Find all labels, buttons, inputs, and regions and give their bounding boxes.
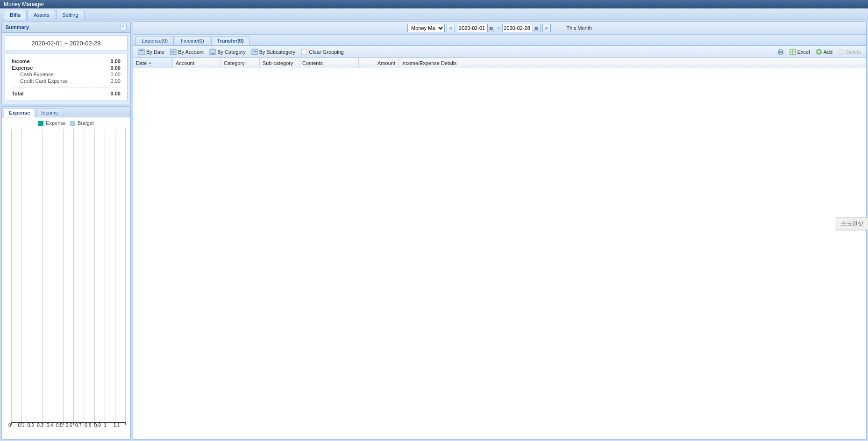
delete-button: Delete <box>836 48 863 56</box>
col-date[interactable]: Date ▲ <box>133 58 173 68</box>
cash-expense-value: 0.00 <box>111 72 121 77</box>
group-icon <box>251 49 258 55</box>
grid-header: Date ▲ Account Category Sub-category Con… <box>133 58 866 68</box>
this-month-label[interactable]: This Month <box>567 25 592 31</box>
summary-panel: Summary ⌃ 2020-02-01 ~ 2020-02-28 Income… <box>1 22 131 104</box>
svg-rect-5 <box>211 53 214 54</box>
group-icon <box>138 49 145 55</box>
summary-values: Income 0.00 Expense 0.00 Cash Expense 0.… <box>5 54 128 101</box>
expense-label: Expense <box>12 65 33 71</box>
chart-tab-expense[interactable]: Expense <box>4 108 35 117</box>
col-amount[interactable]: Amount <box>359 58 398 68</box>
next-button[interactable]: > <box>542 24 551 32</box>
budget-swatch <box>70 121 75 126</box>
tab-setting[interactable]: Setting <box>56 10 84 20</box>
cash-expense-label: Cash Expense <box>20 72 54 77</box>
subtab-transfer[interactable]: Transfer(0) <box>211 36 250 45</box>
col-contents[interactable]: Contents <box>299 58 359 68</box>
calendar-icon[interactable]: ▦ <box>533 24 540 32</box>
group-icon <box>170 49 177 55</box>
chart-tab-income[interactable]: Income <box>36 108 63 117</box>
by-date-button[interactable]: By Date <box>136 48 167 56</box>
sub-tabbar: Expense(0) Income(0) Transfer(0) <box>133 35 866 46</box>
income-label: Income <box>12 58 30 64</box>
svg-rect-8 <box>301 49 307 55</box>
group-icon <box>209 49 216 55</box>
subtab-expense[interactable]: Expense(0) <box>135 36 174 45</box>
tab-assets[interactable]: Assets <box>28 10 55 20</box>
main-area: Money Manager < ▦ ~ ▦ > This Month Expen… <box>133 22 867 440</box>
by-subcategory-button[interactable]: By Subcategory <box>249 48 298 56</box>
expense-value: 0.00 <box>111 65 121 71</box>
delete-icon <box>838 49 845 55</box>
sort-asc-icon: ▲ <box>148 61 152 65</box>
summary-date-range: 2020-02-01 ~ 2020-02-28 <box>5 36 128 51</box>
svg-rect-7 <box>254 51 256 52</box>
credit-expense-value: 0.00 <box>111 78 121 84</box>
account-select[interactable]: Money Manager <box>407 24 445 32</box>
add-icon <box>816 49 822 55</box>
svg-rect-0 <box>139 49 144 55</box>
x-axis-labels: 0 0.1 0.2 0.3 0.4 0.5 0.6 0.7 0.8 0.9 1 … <box>11 423 126 428</box>
credit-expense-label: Credit Card Expense <box>20 78 68 84</box>
by-category-button[interactable]: By Category <box>207 48 248 56</box>
summary-title: Summary <box>6 24 29 30</box>
prev-button[interactable]: < <box>447 24 455 32</box>
app-title: Money Manager <box>4 1 44 7</box>
clear-grouping-button[interactable]: Clear Grouping <box>299 48 346 56</box>
legend-expense: Expense <box>46 120 66 126</box>
chart-panel: Expense Income Expense Budget <box>1 106 131 440</box>
chart-area: 0 0.1 0.2 0.3 0.4 0.5 0.6 0.7 0.8 0.9 1 … <box>2 129 130 439</box>
action-toolbar: By Date By Account By Category By Subcat… <box>133 46 866 58</box>
add-button[interactable]: Add <box>813 48 835 56</box>
col-account[interactable]: Account <box>173 58 221 68</box>
main-tabbar: Bills Assets Setting <box>0 8 868 20</box>
print-icon <box>777 49 784 55</box>
expense-swatch <box>38 121 43 126</box>
by-account-button[interactable]: By Account <box>168 48 206 56</box>
clear-icon <box>301 49 307 55</box>
col-subcategory[interactable]: Sub-category <box>260 58 299 68</box>
svg-rect-1 <box>140 50 143 51</box>
col-details[interactable]: Details <box>438 58 866 68</box>
sidebar: Summary ⌃ 2020-02-01 ~ 2020-02-28 Income… <box>1 22 131 440</box>
print-button[interactable] <box>775 48 786 56</box>
svg-rect-3 <box>171 51 175 52</box>
tilde: ~ <box>497 25 500 31</box>
summary-header: Summary ⌃ <box>2 22 130 33</box>
grid-body <box>133 68 866 439</box>
chart-tabbar: Expense Income <box>2 107 130 117</box>
svg-rect-4 <box>210 49 215 55</box>
svg-rect-10 <box>779 50 782 51</box>
income-value: 0.00 <box>111 58 121 64</box>
chart-grid <box>11 129 126 423</box>
date-toolbar: Money Manager < ▦ ~ ▦ > This Month <box>133 22 866 35</box>
subtab-income[interactable]: Income(0) <box>175 36 210 45</box>
svg-rect-11 <box>779 53 782 54</box>
excel-icon <box>790 49 796 55</box>
screenshot-overlay[interactable]: 스크린샷 <box>836 217 868 230</box>
collapse-icon[interactable]: ⌃ <box>120 24 127 30</box>
legend-budget: Budget <box>78 120 94 126</box>
total-value: 0.00 <box>111 91 121 96</box>
col-category[interactable]: Category <box>221 58 260 68</box>
excel-button[interactable]: Excel <box>787 48 812 56</box>
total-label: Total <box>12 91 23 96</box>
col-income-expense[interactable]: Income/Expense <box>398 58 438 68</box>
chart-legend: Expense Budget <box>2 117 130 129</box>
calendar-icon[interactable]: ▦ <box>487 24 495 32</box>
title-bar: Money Manager <box>0 0 868 8</box>
tab-bills[interactable]: Bills <box>4 10 27 20</box>
